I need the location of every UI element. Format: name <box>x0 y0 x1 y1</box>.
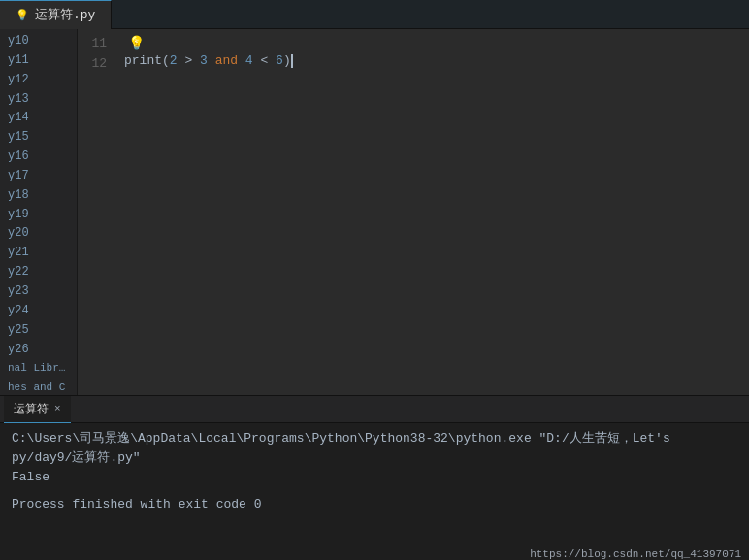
sidebar-item: y16 <box>0 145 77 164</box>
editor-area[interactable]: 11 12 💡 print(2 > 3 and 4 < 6) <box>78 29 749 395</box>
code-op-lt: < <box>253 53 276 68</box>
lightbulb-icon: 💡 <box>128 37 145 50</box>
sidebar-item: y22 <box>0 260 77 280</box>
code-line-11: 💡 <box>124 33 741 50</box>
code-num2: 3 <box>200 53 208 68</box>
terminal-output: C:\Users\司马景逸\AppData\Local\Programs\Pyt… <box>0 423 749 544</box>
sidebar-item: y26 <box>0 338 77 357</box>
sidebar-item: y13 <box>0 87 77 107</box>
code-op-gt: > <box>178 53 200 68</box>
sidebar-item: nal Librarie <box>0 356 77 376</box>
sidebar-item: y23 <box>0 280 77 299</box>
code-num4: 6 <box>276 53 283 68</box>
sidebar-item: y18 <box>0 183 77 203</box>
sidebar-item: y21 <box>0 241 77 260</box>
code-print: print( <box>124 53 170 68</box>
tab-label: 运算符.py <box>35 6 95 23</box>
line-number-11: 11 <box>78 33 107 53</box>
code-num3: 4 <box>245 53 253 68</box>
sidebar-item: y11 <box>0 49 77 68</box>
sidebar-item: y24 <box>0 299 77 318</box>
sidebar-item: y10 <box>0 29 77 49</box>
sidebar-item: y14 <box>0 106 77 125</box>
sidebar-item: hes and C <box>0 376 77 395</box>
active-tab[interactable]: 💡 运算符.py <box>0 0 112 29</box>
code-lines[interactable]: 💡 print(2 > 3 and 4 < 6) <box>116 29 749 395</box>
code-num1: 2 <box>170 53 178 68</box>
terminal-process: Process finished with exit code 0 <box>12 495 737 514</box>
terminal-tab[interactable]: 运算符 × <box>4 396 71 423</box>
code-line-12: print(2 > 3 and 4 < 6) <box>124 50 741 71</box>
line-numbers: 11 12 <box>78 29 116 395</box>
terminal-command: C:\Users\司马景逸\AppData\Local\Programs\Pyt… <box>12 429 737 468</box>
sidebar-item: y19 <box>0 203 77 222</box>
sidebar-item: y15 <box>0 125 77 145</box>
cursor <box>291 54 293 68</box>
file-icon: 💡 <box>16 9 29 21</box>
main-area: y10 y11 y12 y13 y14 y15 y16 y17 y18 y19 … <box>0 29 749 395</box>
sidebar: y10 y11 y12 y13 y14 y15 y16 y17 y18 y19 … <box>0 29 78 395</box>
code-and: and <box>208 53 245 68</box>
terminal-tab-label: 运算符 <box>14 401 49 417</box>
code-content: 11 12 💡 print(2 > 3 and 4 < 6) <box>78 29 749 395</box>
tab-bar: 💡 运算符.py <box>0 0 749 29</box>
sidebar-item: y20 <box>0 221 77 241</box>
bottom-panel: 运算符 × C:\Users\司马景逸\AppData\Local\Progra… <box>0 395 749 560</box>
sidebar-item: y17 <box>0 164 77 183</box>
close-icon[interactable]: × <box>54 403 61 414</box>
code-close: ) <box>283 53 291 68</box>
terminal-result: False <box>12 468 737 487</box>
sidebar-item: y12 <box>0 68 77 87</box>
sidebar-item: y25 <box>0 318 77 338</box>
line-number-12: 12 <box>78 53 107 74</box>
terminal-url: https://blog.csdn.net/qq_41397071 <box>0 544 749 560</box>
bottom-tab-bar: 运算符 × <box>0 396 749 423</box>
